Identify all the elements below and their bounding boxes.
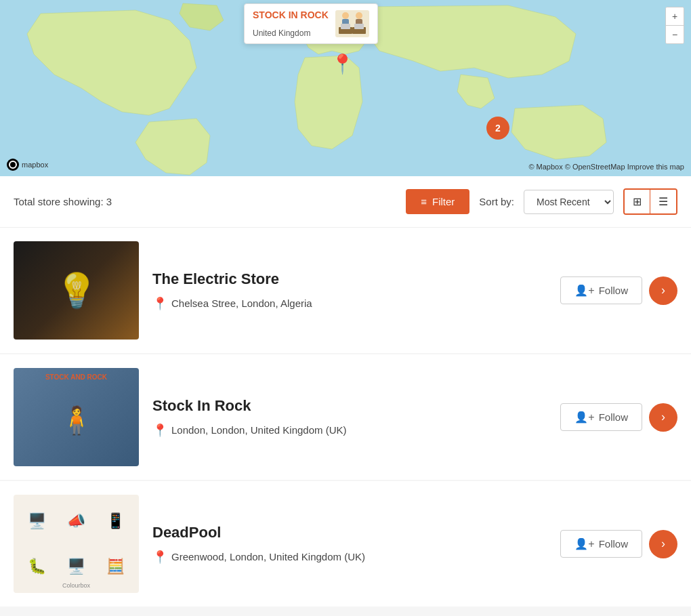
list-view-icon: ☰ — [658, 196, 668, 207]
filter-icon: ≡ — [421, 196, 427, 207]
map-cluster-asia[interactable]: 2 — [486, 117, 509, 140]
grid-view-button[interactable]: ⊞ — [625, 190, 650, 213]
store-actions-1: 👤+ Follow › — [560, 276, 677, 305]
location-icon-3: 📍 — [152, 550, 167, 564]
store-info-1: The Electric Store 📍 Chelsea Stree, Lond… — [152, 270, 547, 311]
sort-label: Sort by: — [479, 196, 514, 207]
dp-emoji-5: 🖥️ — [58, 546, 95, 588]
store-card: The Electric Store 📍 Chelsea Stree, Lond… — [0, 228, 691, 353]
view-store-button-1[interactable]: › — [649, 276, 677, 305]
total-store-label: Total store showing: 3 — [14, 196, 112, 207]
follow-button-2[interactable]: 👤+ Follow — [560, 403, 642, 431]
store-address-3: Greenwood, London, United Kingdom (UK) — [171, 551, 365, 562]
dp-emoji-1: 🖥️ — [19, 500, 56, 543]
sort-select[interactable]: Most Recent Name Most Popular — [524, 190, 614, 214]
store-image-rock: STOCK AND ROCK 🧍 — [14, 368, 139, 466]
tooltip-store-name: STOCK IN ROCK — [253, 9, 329, 20]
store-address-2: London, London, United Kingdom (UK) — [171, 424, 347, 436]
store-actions-3: 👤+ Follow › — [560, 530, 677, 558]
store-address-1: Chelsea Stree, London, Algeria — [171, 297, 312, 309]
follow-label-1: Follow — [599, 285, 628, 296]
svg-rect-9 — [354, 24, 364, 29]
toolbar: Total store showing: 3 ≡ Filter Sort by:… — [0, 176, 691, 228]
tooltip-store-country: United Kingdom — [253, 28, 329, 38]
svg-rect-5 — [341, 24, 350, 29]
filter-label: Filter — [432, 196, 455, 207]
view-toggle: ⊞ ☰ — [623, 188, 677, 215]
dp-emoji-6: 🧮 — [97, 546, 133, 588]
store-actions-2: 👤+ Follow › — [560, 403, 677, 432]
view-store-button-3[interactable]: › — [649, 530, 677, 558]
store-info-2: Stock In Rock 📍 London, London, United K… — [152, 397, 547, 438]
list-view-button[interactable]: ☰ — [650, 190, 676, 213]
copyright-text: © Mapbox © OpenStreetMap — [528, 163, 625, 171]
dp-emoji-3: 📱 — [97, 500, 133, 543]
follow-button-3[interactable]: 👤+ Follow — [560, 530, 642, 558]
zoom-out-button[interactable]: − — [666, 26, 684, 43]
follow-icon-3: 👤+ — [574, 537, 594, 550]
map-section: STOCK IN ROCK United Kingdom � — [0, 0, 691, 176]
rock-store-label: STOCK AND ROCK — [14, 373, 139, 381]
dp-emoji-2: 📣 — [58, 500, 95, 543]
page-container: STOCK IN ROCK United Kingdom � — [0, 0, 691, 607]
mapbox-label: mapbox — [22, 161, 48, 169]
follow-button-1[interactable]: 👤+ Follow — [560, 276, 642, 304]
follow-label-2: Follow — [599, 411, 628, 423]
arrow-icon-2: › — [661, 410, 665, 424]
store-image-deadpool: 🖥️ 📣 📱 🐛 🖥️ 🧮 Colourbox — [14, 495, 139, 593]
toolbar-right: ≡ Filter Sort by: Most Recent Name Most … — [406, 188, 677, 215]
improve-map-link[interactable]: Improve this map — [627, 163, 684, 171]
deadpool-store-label: Colourbox — [14, 582, 139, 589]
dp-emoji-4: 🐛 — [19, 546, 56, 588]
map-tooltip: STOCK IN ROCK United Kingdom — [244, 3, 378, 44]
rock-store-figure: 🧍 — [60, 405, 93, 436]
follow-label-3: Follow — [599, 538, 628, 550]
map-zoom-controls: + − — [665, 7, 684, 44]
store-location-1: 📍 Chelsea Stree, London, Algeria — [152, 296, 547, 311]
tooltip-image — [335, 10, 369, 37]
arrow-icon-1: › — [661, 283, 665, 297]
follow-icon-1: 👤+ — [574, 284, 594, 297]
mapbox-logo: mapbox — [7, 159, 48, 171]
svg-point-6 — [356, 12, 362, 19]
store-info-3: DeadPool 📍 Greenwood, London, United Kin… — [152, 524, 547, 564]
zoom-in-button[interactable]: + — [666, 7, 684, 25]
view-store-button-2[interactable]: › — [649, 403, 677, 432]
arrow-icon-3: › — [661, 537, 665, 551]
store-name-1: The Electric Store — [152, 270, 547, 288]
store-name-3: DeadPool — [152, 524, 547, 541]
grid-view-icon: ⊞ — [633, 196, 642, 207]
store-name-2: Stock In Rock — [152, 397, 547, 415]
store-list: The Electric Store 📍 Chelsea Stree, Lond… — [0, 228, 691, 607]
map-copyright: © Mapbox © OpenStreetMap Improve this ma… — [528, 163, 684, 171]
store-image-electric — [14, 241, 139, 340]
location-icon-2: 📍 — [152, 423, 167, 438]
map-pin-uk[interactable]: 📍 — [331, 53, 354, 75]
store-card: STOCK AND ROCK 🧍 Stock In Rock 📍 London,… — [0, 354, 691, 480]
filter-button[interactable]: ≡ Filter — [406, 189, 469, 214]
store-location-3: 📍 Greenwood, London, United Kingdom (UK) — [152, 550, 547, 564]
follow-icon-2: 👤+ — [574, 411, 594, 424]
store-card: 🖥️ 📣 📱 🐛 🖥️ 🧮 Colourbox DeadPool 📍 Green… — [0, 481, 691, 607]
store-location-2: 📍 London, London, United Kingdom (UK) — [152, 423, 547, 438]
location-icon-1: 📍 — [152, 296, 167, 311]
svg-point-2 — [342, 12, 349, 19]
